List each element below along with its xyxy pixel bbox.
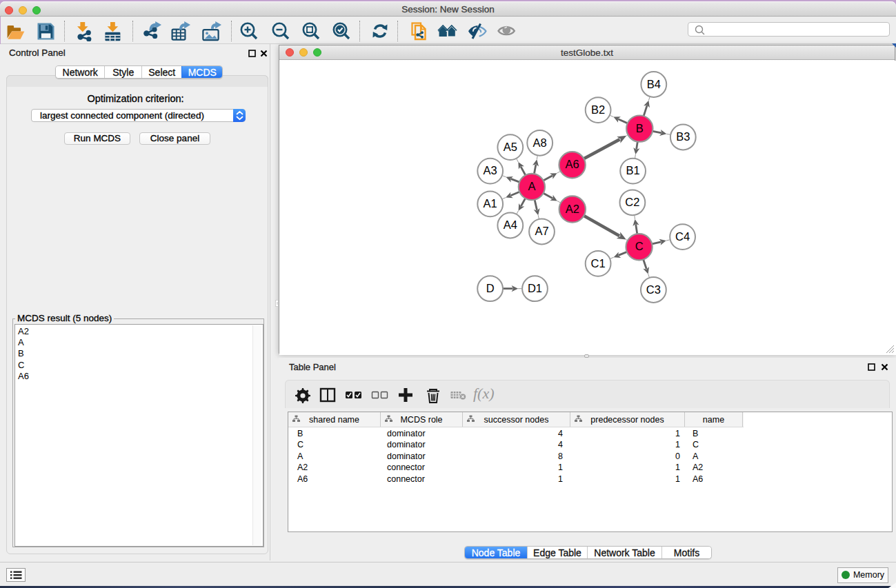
svg-text:A5: A5 bbox=[504, 141, 517, 153]
svg-text:C: C bbox=[635, 240, 644, 252]
svg-text:D1: D1 bbox=[528, 282, 542, 294]
svg-text:C3: C3 bbox=[646, 283, 661, 296]
svg-text:C4: C4 bbox=[675, 230, 690, 243]
svg-text:A2: A2 bbox=[566, 203, 579, 215]
svg-text:B1: B1 bbox=[626, 164, 640, 176]
svg-text:C1: C1 bbox=[591, 257, 606, 270]
svg-text:B: B bbox=[636, 122, 644, 134]
svg-text:A4: A4 bbox=[504, 219, 517, 231]
svg-text:B2: B2 bbox=[591, 103, 605, 116]
svg-text:B3: B3 bbox=[676, 130, 690, 143]
svg-text:A7: A7 bbox=[535, 225, 548, 237]
svg-text:A3: A3 bbox=[484, 164, 497, 176]
svg-text:A6: A6 bbox=[566, 158, 579, 170]
svg-text:A8: A8 bbox=[533, 136, 547, 149]
svg-text:A1: A1 bbox=[484, 197, 497, 210]
svg-text:A: A bbox=[528, 180, 535, 192]
svg-text:B4: B4 bbox=[647, 78, 661, 90]
svg-text:D: D bbox=[486, 282, 495, 294]
svg-text:C2: C2 bbox=[625, 196, 639, 208]
